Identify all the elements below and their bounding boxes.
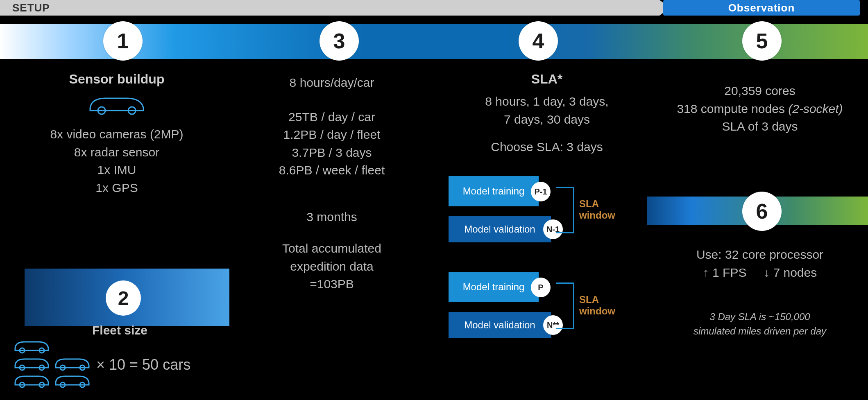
setup-label: SETUP [0, 0, 659, 16]
col3-dur: 3 months [233, 208, 430, 226]
step-6-badge: 6 [742, 192, 782, 231]
step-5-badge: 5 [742, 21, 782, 61]
col3-hours: 8 hours/day/car [233, 74, 430, 92]
observation-label: Observation [663, 0, 860, 16]
sensor-line-4: 1x GPS [18, 179, 215, 197]
col5-sla: SLA of 3 days [655, 118, 864, 136]
col3-d1: 25TB / day / car [233, 108, 430, 126]
up-arrow-fps: ↑ 1 FPS [703, 266, 747, 279]
model-training-box-1: Model training [449, 176, 539, 206]
col5-cores: 20,359 cores [655, 82, 864, 100]
sensor-line-2: 8x radar sensor [18, 143, 215, 161]
sla-opts-1: 8 hours, 1 day, 3 days, [440, 93, 653, 111]
column-1: Sensor buildup 8x video cameras (2MP) 8x… [18, 70, 215, 197]
fleet-car-icons [13, 340, 95, 395]
fleet-size-title: Fleet size [92, 323, 147, 337]
col3-t2: expedition data [233, 258, 430, 276]
column-3: 8 hours/day/car 25TB / day / car 1.2PB /… [233, 74, 430, 293]
col3-d3: 3.7PB / 3 days [233, 144, 430, 162]
sensor-line-3: 1x IMU [18, 161, 215, 179]
sla-opts-2: 7 days, 30 days [440, 111, 653, 129]
step-4-badge: 4 [519, 21, 558, 61]
col3-d4: 8.6PB / week / fleet [233, 161, 430, 179]
car-icon [86, 93, 147, 115]
sensor-line-1: 8x video cameras (2MP) [18, 125, 215, 143]
col3-d2: 1.2PB / day / fleet [233, 126, 430, 144]
model-validation-box-1: Model validation [449, 216, 551, 242]
step-3-badge: 3 [320, 21, 359, 61]
fleet-multiplier: × 10 = 50 cars [96, 356, 190, 373]
col3-t3: =103PB [233, 275, 430, 293]
model-training-box-2: Model training [449, 272, 539, 302]
step-2-badge: 2 [106, 280, 141, 316]
col6-note-2: simulated miles driven per day [655, 324, 864, 339]
column-5: 20,359 cores 318 compute nodes (2-socket… [655, 82, 864, 136]
sla-window-label-2: SLAwindow [579, 294, 615, 316]
down-arrow-nodes: ↓ 7 nodes [764, 266, 817, 279]
column-4: SLA* 8 hours, 1 day, 3 days, 7 days, 30 … [440, 70, 653, 156]
sla-choose: Choose SLA: 3 days [440, 138, 653, 156]
col6-note-1: 3 Day SLA is ~150,000 [655, 310, 864, 324]
sla-window-label-1: SLAwindow [579, 198, 615, 221]
sensor-buildup-title: Sensor buildup [18, 70, 215, 88]
sla-title: SLA* [440, 70, 653, 88]
col6-deltas: ↑ 1 FPS ↓ 7 nodes [655, 264, 864, 282]
tag-p-1: P-1 [531, 182, 551, 201]
sla-bracket-2 [556, 282, 574, 329]
step-1-badge: 1 [103, 21, 143, 61]
col3-t1: Total accumulated [233, 240, 430, 258]
model-validation-box-2: Model validation [449, 312, 551, 338]
col6-use: Use: 32 core processor [655, 246, 864, 264]
header-bar: SETUP Observation [0, 0, 868, 16]
sla-bracket-1 [556, 187, 574, 233]
column-6: Use: 32 core processor ↑ 1 FPS ↓ 7 nodes… [655, 246, 864, 339]
col5-nodes: 318 compute nodes (2-socket) [655, 100, 864, 118]
tag-p: P [531, 278, 551, 297]
